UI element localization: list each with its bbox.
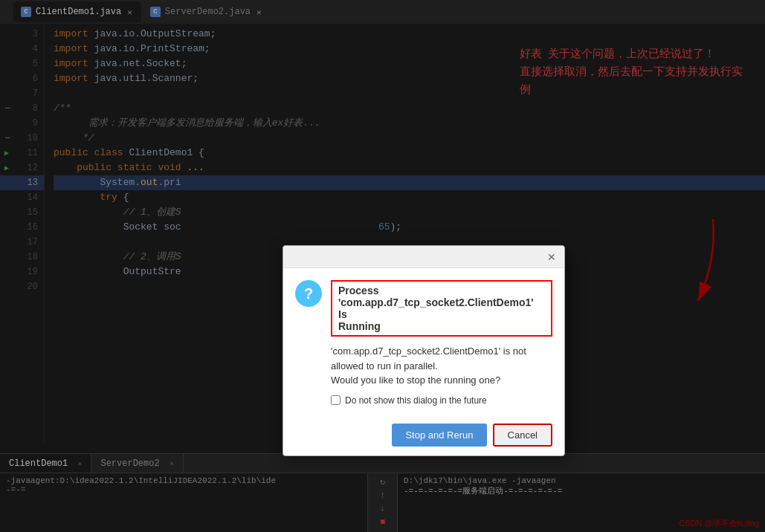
dialog-body: ? Process 'com.app.d7_tcp_socket2.Client…: [283, 268, 564, 418]
dialog-titlebar: ✕: [283, 246, 564, 268]
cancel-button[interactable]: Cancel: [493, 424, 552, 447]
dialog-close-button[interactable]: ✕: [545, 250, 558, 264]
dialog-checkbox-row: Do not show this dialog in the future: [331, 395, 552, 406]
dialog-footer: Stop and Rerun Cancel: [283, 418, 564, 455]
dialog-title: Process 'com.app.d7_tcp_socket2.ClientDe…: [331, 280, 552, 337]
dialog-message-line2: allowed to run in parallel.: [331, 360, 438, 372]
dialog-message-line3: Would you like to stop the running one?: [331, 374, 500, 386]
dialog-message-line1: 'com.app.d7_tcp_socket2.ClientDemo1' is …: [331, 346, 526, 357]
dont-show-checkbox[interactable]: [331, 395, 340, 405]
process-running-dialog: ✕ ? Process 'com.app.d7_tcp_socket2.Clie…: [283, 245, 565, 456]
dont-show-label: Do not show this dialog in the future: [345, 395, 487, 406]
dialog-content: Process 'com.app.d7_tcp_socket2.ClientDe…: [331, 280, 552, 409]
dialog-message: 'com.app.d7_tcp_socket2.ClientDemo1' is …: [331, 344, 552, 388]
dialog-question-icon: ?: [295, 280, 322, 307]
stop-and-rerun-button[interactable]: Stop and Rerun: [392, 424, 486, 447]
